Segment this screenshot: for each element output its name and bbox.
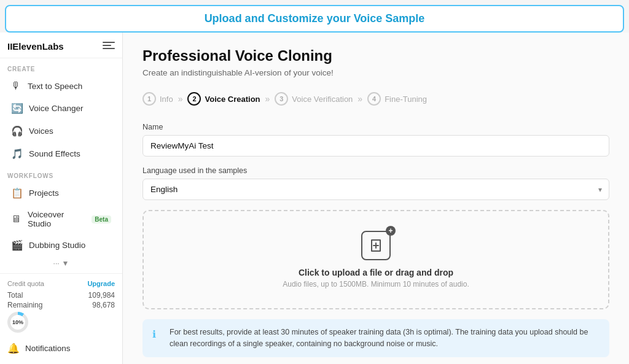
sidebar-item-sound-effects[interactable]: 🎵 Sound Effects bbox=[4, 143, 119, 165]
language-select-wrapper: English Spanish French German Italian Po… bbox=[143, 179, 609, 200]
text-to-speech-icon: 🎙 bbox=[11, 80, 22, 91]
upload-main-text: Click to upload a file or drag and drop bbox=[299, 268, 453, 277]
top-banner: Upload and Customize your Voice Sample bbox=[5, 5, 624, 33]
step-1-circle: 1 bbox=[143, 92, 156, 106]
sidebar-logo: IIElevenLabs bbox=[7, 41, 64, 52]
sidebar-header: IIElevenLabs bbox=[0, 33, 122, 58]
step-arrow-2: » bbox=[265, 94, 270, 104]
sidebar-item-voices[interactable]: 🎧 Voices bbox=[4, 120, 119, 142]
workflows-section-label: WORKFLOWS bbox=[0, 165, 122, 182]
projects-icon: 📋 bbox=[11, 187, 23, 199]
step-1-label: Info bbox=[160, 95, 173, 104]
sidebar: IIElevenLabs CREATE 🎙 Text to Speech 🔄 V… bbox=[0, 33, 123, 364]
sidebar-item-voiceover-studio[interactable]: 🖥 Voiceover Studio Beta bbox=[4, 205, 119, 233]
info-banner: ℹ For best results, provide at least 30 … bbox=[143, 319, 609, 357]
step-3-label: Voice Verification bbox=[292, 95, 353, 104]
step-2-circle: 2 bbox=[187, 92, 201, 106]
info-banner-text: For best results, provide at least 30 mi… bbox=[170, 327, 600, 350]
sidebar-item-label: Voiceover Studio bbox=[28, 210, 85, 228]
sidebar-footer: Credit quota Upgrade Total 109,984 Remai… bbox=[0, 273, 122, 364]
sidebar-more-button[interactable]: ··· ▼ bbox=[0, 257, 122, 273]
step-voice-verification[interactable]: 3 Voice Verification bbox=[275, 92, 353, 106]
upload-sub-text: Audio files, up to 1500MB. Minimum 10 mi… bbox=[283, 280, 469, 288]
create-section-label: CREATE bbox=[0, 58, 122, 75]
upgrade-button[interactable]: Upgrade bbox=[87, 280, 115, 287]
notifications-label: Notifications bbox=[25, 344, 71, 353]
sidebar-item-dubbing-studio[interactable]: 🎬 Dubbing Studio bbox=[4, 234, 119, 256]
language-form-group: Language used in the samples English Spa… bbox=[143, 166, 609, 200]
voiceover-studio-icon: 🖥 bbox=[11, 214, 22, 225]
sidebar-item-projects[interactable]: 📋 Projects bbox=[4, 182, 119, 204]
sidebar-item-text-to-speech[interactable]: 🎙 Text to Speech bbox=[4, 76, 119, 96]
voice-changer-icon: 🔄 bbox=[11, 103, 23, 114]
remaining-label: Remaining bbox=[7, 301, 42, 309]
dubbing-studio-icon: 🎬 bbox=[11, 239, 23, 251]
step-arrow-1: » bbox=[178, 94, 183, 104]
step-4-circle: 4 bbox=[367, 92, 381, 106]
steps-bar: 1 Info » 2 Voice Creation » 3 Voice Veri… bbox=[143, 92, 609, 106]
name-form-group: Name bbox=[143, 123, 609, 157]
remaining-value: 98,678 bbox=[92, 301, 115, 309]
sidebar-item-label: Projects bbox=[29, 188, 59, 198]
step-3-circle: 3 bbox=[275, 92, 288, 106]
info-icon: ℹ bbox=[152, 327, 163, 342]
language-select[interactable]: English Spanish French German Italian Po… bbox=[143, 179, 609, 200]
beta-badge: Beta bbox=[92, 215, 111, 223]
voices-icon: 🎧 bbox=[11, 125, 23, 137]
upload-zone[interactable]: + Click to upload a file or drag and dro… bbox=[143, 210, 609, 309]
language-label: Language used in the samples bbox=[143, 166, 609, 175]
progress-percent: 10% bbox=[12, 319, 23, 325]
upload-plus-icon: + bbox=[386, 226, 396, 236]
step-info[interactable]: 1 Info bbox=[143, 92, 173, 106]
name-label: Name bbox=[143, 123, 609, 131]
sidebar-item-label: Sound Effects bbox=[29, 149, 80, 158]
banner-text: Upload and Customize your Voice Sample bbox=[205, 12, 425, 25]
bell-icon: 🔔 bbox=[7, 343, 20, 354]
sidebar-toggle-button[interactable] bbox=[103, 42, 115, 52]
sidebar-item-label: Voices bbox=[29, 126, 53, 136]
main-content: Professional Voice Cloning Create an ind… bbox=[123, 33, 629, 364]
sidebar-item-voice-changer[interactable]: 🔄 Voice Changer bbox=[4, 98, 119, 119]
notifications-item[interactable]: 🔔 Notifications bbox=[0, 338, 115, 359]
upload-icon-wrapper: + bbox=[361, 231, 391, 260]
step-2-label: Voice Creation bbox=[205, 95, 260, 104]
credit-progress-circle: 10% bbox=[7, 312, 28, 333]
total-label: Total bbox=[7, 291, 23, 300]
credit-quota-label: Credit quota bbox=[7, 280, 44, 287]
step-voice-creation[interactable]: 2 Voice Creation bbox=[187, 92, 260, 106]
sidebar-item-label: Text to Speech bbox=[28, 82, 82, 91]
sidebar-item-label: Voice Changer bbox=[29, 104, 84, 113]
page-subtitle: Create an indistinguishable AI-version o… bbox=[143, 68, 609, 77]
page-title: Professional Voice Cloning bbox=[143, 47, 609, 64]
step-arrow-3: » bbox=[357, 94, 362, 104]
more-dots: ··· bbox=[53, 259, 60, 268]
upload-file-icon bbox=[361, 231, 391, 260]
step-4-label: Fine-Tuning bbox=[385, 95, 427, 104]
sound-effects-icon: 🎵 bbox=[11, 148, 23, 160]
sidebar-item-label: Dubbing Studio bbox=[29, 241, 85, 250]
total-value: 109,984 bbox=[88, 291, 115, 300]
name-input[interactable] bbox=[143, 135, 609, 157]
step-fine-tuning[interactable]: 4 Fine-Tuning bbox=[367, 92, 427, 106]
